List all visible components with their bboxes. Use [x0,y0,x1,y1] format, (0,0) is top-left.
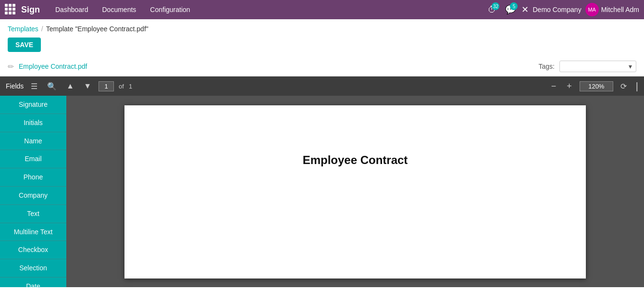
prev-page-btn[interactable]: ▲ [64,81,76,91]
clock-notification-btn[interactable]: ⏱ 32 [485,2,499,17]
breadcrumb-templates-link[interactable]: Templates [8,25,38,33]
doc-filename: Employee Contract.pdf [19,63,534,70]
next-page-btn[interactable]: ▼ [81,81,94,91]
navbar-menu: Dashboard Documents Configuration [50,3,480,16]
sidebar-toggle-btn[interactable]: ☰ [28,81,40,92]
message-badge: 5 [510,2,518,10]
field-text[interactable]: Text [0,205,66,223]
field-company[interactable]: Company [0,187,66,205]
tags-label: Tags: [539,63,555,70]
user-avatar: MA [585,3,599,16]
breadcrumb-current: Template "Employee Contract.pdf" [46,25,149,33]
field-date[interactable]: Date [0,278,66,287]
page-input[interactable] [99,81,114,91]
clock-badge: 32 [492,2,499,10]
page-total: 1 [129,83,132,90]
nav-documents[interactable]: Documents [97,3,142,16]
grid-menu-icon[interactable] [5,4,16,15]
field-multiline-text[interactable]: Multiline Text [0,223,66,241]
edit-icon[interactable]: ✏ [8,62,14,71]
message-notification-btn[interactable]: 💬 5 [503,2,518,17]
nav-configuration[interactable]: Configuration [144,3,196,16]
user-info: MA Mitchell Adm [585,3,639,16]
field-name[interactable]: Name [0,132,66,151]
field-signature[interactable]: Signature [0,96,66,114]
pdf-content-area: Employee Contract [66,96,644,287]
user-name: Mitchell Adm [601,6,639,13]
vertical-divider-icon: | [636,81,638,92]
tags-dropdown[interactable]: ▾ [559,61,636,72]
nav-dashboard[interactable]: Dashboard [50,3,94,16]
pdf-title: Employee Contract [303,153,408,167]
save-button[interactable]: SAVE [8,38,41,52]
breadcrumb-separator: / [41,25,43,33]
fields-label: Fields [6,82,24,90]
tags-chevron-icon: ▾ [629,63,632,70]
zoom-input[interactable] [580,81,613,91]
zoom-out-btn[interactable]: − [548,81,559,91]
field-initials[interactable]: Initials [0,114,66,132]
zoom-in-search-btn[interactable]: 🔍 [45,81,59,92]
navbar: Sign Dashboard Documents Configuration ⏱… [0,0,644,19]
main-layout: Signature Initials Name Email Phone Comp… [0,96,644,287]
action-bar: SAVE [0,36,644,57]
navbar-right: ⏱ 32 💬 5 ✕ Demo Company MA Mitchell Adm [485,2,639,17]
doc-toolbar: ✏ Employee Contract.pdf Tags: ▾ [0,57,644,76]
pdf-page: Employee Contract [124,105,586,278]
field-checkbox[interactable]: Checkbox [0,241,66,259]
close-icon[interactable]: ✕ [521,4,529,15]
breadcrumb: Templates / Template "Employee Contract.… [0,19,644,36]
pdf-toolbar: Fields ☰ 🔍 ▲ ▼ of 1 − + ⟳ | [0,76,644,96]
app-brand: Sign [21,5,40,15]
fields-sidebar: Signature Initials Name Email Phone Comp… [0,96,66,287]
zoom-in-btn[interactable]: + [564,81,575,91]
field-email[interactable]: Email [0,150,66,168]
field-phone[interactable]: Phone [0,168,66,187]
refresh-btn[interactable]: ⟳ [618,81,629,92]
company-name: Demo Company [533,6,581,13]
field-selection[interactable]: Selection [0,259,66,278]
